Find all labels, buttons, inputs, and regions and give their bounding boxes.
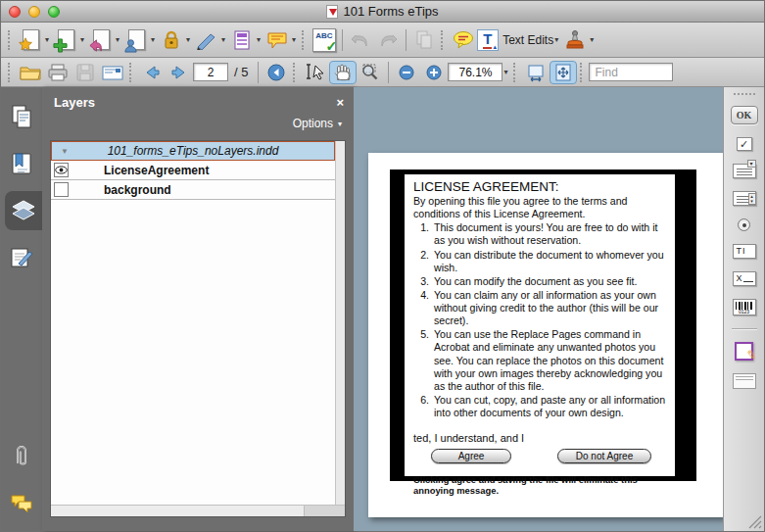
options-caret-icon[interactable]: ▾ xyxy=(338,120,342,128)
undo-button[interactable] xyxy=(347,26,374,54)
combine-files-icon xyxy=(58,29,74,50)
sign-caret[interactable]: ▾ xyxy=(221,35,225,44)
close-window-button[interactable] xyxy=(9,6,21,18)
digital-signature-field-tool[interactable]: X xyxy=(733,271,756,286)
close-panel-button[interactable]: × xyxy=(336,96,344,109)
pages-panel-button[interactable] xyxy=(1,97,42,136)
create-pdf-button[interactable] xyxy=(17,26,44,54)
toolbar-grip[interactable] xyxy=(734,93,755,98)
find-input[interactable] xyxy=(589,63,673,81)
export-icon xyxy=(93,29,110,50)
radio-button-field-tool[interactable] xyxy=(738,218,750,231)
forms-icon xyxy=(232,29,252,51)
layers-icon xyxy=(11,199,36,222)
layer-row[interactable]: background xyxy=(51,180,335,200)
do-not-agree-button[interactable]: Do not Agree xyxy=(557,449,651,463)
window-resize-grip[interactable] xyxy=(748,515,762,529)
layers-panel-title: Layers xyxy=(54,95,336,110)
pen-icon xyxy=(195,30,218,50)
layers-root-row[interactable]: ▼ 101_forms_eTips_noLayers.indd xyxy=(51,141,335,161)
toolbar-grip[interactable] xyxy=(441,30,447,50)
collaborate-button[interactable] xyxy=(122,26,150,54)
panel-scrollbar[interactable] xyxy=(335,141,345,505)
document-view[interactable]: LICENSE AGREEMENT: By opening this file … xyxy=(354,87,723,531)
button-field-tool[interactable]: OK xyxy=(731,106,758,124)
spell-check-button[interactable]: ABC ✓ xyxy=(311,26,338,54)
agree-button[interactable]: Agree xyxy=(431,449,511,463)
redo-button[interactable] xyxy=(374,26,402,54)
toolbar-grip[interactable] xyxy=(302,30,308,50)
pdf-page[interactable]: LICENSE AGREEMENT: By opening this file … xyxy=(368,153,725,517)
marquee-zoom-button[interactable] xyxy=(357,61,384,84)
previous-view-button[interactable] xyxy=(263,61,290,84)
minimize-window-button[interactable] xyxy=(28,6,40,18)
title-bar: 101 Forms eTips xyxy=(1,1,764,23)
copy-button[interactable] xyxy=(410,26,438,54)
hand-tool-button[interactable] xyxy=(329,61,357,84)
collaborate-icon xyxy=(128,29,145,50)
sign-button[interactable] xyxy=(193,26,220,54)
toolbar-separator xyxy=(406,29,406,51)
page-number-input[interactable] xyxy=(193,63,228,81)
text-edits-caret[interactable]: ▾ xyxy=(554,35,558,44)
hand-tool-icon xyxy=(333,63,353,82)
open-folder-icon xyxy=(19,64,42,81)
open-button[interactable] xyxy=(17,61,44,84)
options-menu-button[interactable]: Options xyxy=(293,117,333,130)
forms-button[interactable] xyxy=(228,26,256,54)
toolbar-grip[interactable] xyxy=(580,63,586,82)
listbox-field-tool[interactable]: ▴▾ xyxy=(733,191,756,206)
secure-button[interactable] xyxy=(158,26,185,54)
comments-panel-button[interactable] xyxy=(1,484,42,523)
text-field-tool[interactable]: TI xyxy=(733,244,756,259)
layers-root-label: 101_forms_eTips_noLayers.indd xyxy=(77,144,309,158)
combine-files-button[interactable] xyxy=(52,26,79,54)
fit-page-button[interactable] xyxy=(550,61,577,84)
create-pdf-caret[interactable]: ▾ xyxy=(45,35,49,44)
sticky-note-button[interactable] xyxy=(450,26,477,54)
previous-page-button[interactable] xyxy=(138,61,166,84)
disclosure-triangle-icon[interactable]: ▼ xyxy=(52,147,77,156)
review-comment-button[interactable] xyxy=(263,26,291,54)
review-comment-caret[interactable]: ▾ xyxy=(292,35,296,44)
fit-width-button[interactable] xyxy=(522,61,550,84)
zoom-level-value[interactable]: 76.1% xyxy=(448,63,502,81)
listbox-icon: ▴▾ xyxy=(733,191,756,206)
save-button[interactable] xyxy=(72,61,99,84)
next-page-button[interactable] xyxy=(166,61,193,84)
bookmarks-panel-button[interactable] xyxy=(1,144,42,183)
export-button[interactable] xyxy=(87,26,115,54)
forms-caret[interactable]: ▾ xyxy=(257,35,261,44)
layer-row[interactable]: LicenseAgreement xyxy=(51,161,335,180)
print-button[interactable] xyxy=(44,61,72,84)
toolbar-grip[interactable] xyxy=(8,30,14,50)
zoom-out-button[interactable] xyxy=(393,61,420,84)
stamp-caret[interactable]: ▾ xyxy=(590,35,594,44)
zoom-in-button[interactable] xyxy=(420,61,448,84)
email-button[interactable] xyxy=(99,61,126,84)
zoom-window-button[interactable] xyxy=(48,6,60,18)
edit-form-button[interactable]: ✎ xyxy=(735,342,753,361)
select-tool-button[interactable] xyxy=(302,61,329,84)
toolbar-grip[interactable] xyxy=(293,63,299,82)
checkbox-field-tool[interactable]: ✓ xyxy=(737,137,752,151)
toolbar-grip[interactable] xyxy=(129,63,135,82)
text-edits-button[interactable]: T ▴ Text Edits xyxy=(477,26,553,54)
signatures-panel-button[interactable] xyxy=(1,238,42,277)
distribute-form-button[interactable] xyxy=(733,373,756,389)
toolbar-grip[interactable] xyxy=(8,63,14,82)
layer-visibility-toggle[interactable] xyxy=(54,163,69,177)
zoom-level-caret[interactable]: ▾ xyxy=(503,68,507,76)
toolbar-grip[interactable] xyxy=(513,63,519,82)
layer-visibility-toggle[interactable] xyxy=(54,182,69,197)
barcode-field-tool[interactable]: 0123 xyxy=(733,299,756,315)
copy-icon xyxy=(414,29,434,51)
layers-panel-button[interactable] xyxy=(5,191,42,230)
attachments-panel-button[interactable] xyxy=(1,437,42,476)
combine-files-caret[interactable]: ▾ xyxy=(80,35,84,44)
secure-caret[interactable]: ▾ xyxy=(186,35,190,44)
stamp-button[interactable] xyxy=(561,26,589,54)
combobox-field-tool[interactable]: ▾ xyxy=(733,164,756,178)
collaborate-caret[interactable]: ▾ xyxy=(151,35,155,44)
export-caret[interactable]: ▾ xyxy=(116,35,120,44)
